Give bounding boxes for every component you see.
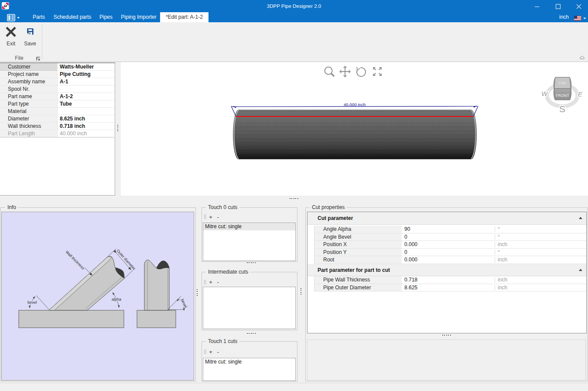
svg-text:bevel: bevel	[180, 298, 188, 309]
svg-text:Wall thickness: Wall thickness	[65, 250, 85, 271]
svg-text:40.000 inch: 40.000 inch	[344, 102, 366, 107]
svg-text:bevel: bevel	[27, 300, 37, 305]
svg-text:alpha: alpha	[112, 297, 121, 302]
svg-text:FRONT: FRONT	[556, 93, 569, 98]
svg-text:W: W	[541, 90, 548, 97]
svg-text:E: E	[578, 90, 583, 98]
svg-text:Outer diameter: Outer diameter	[116, 248, 137, 271]
svg-text:S: S	[559, 104, 565, 114]
svg-text:TOP: TOP	[559, 81, 567, 85]
